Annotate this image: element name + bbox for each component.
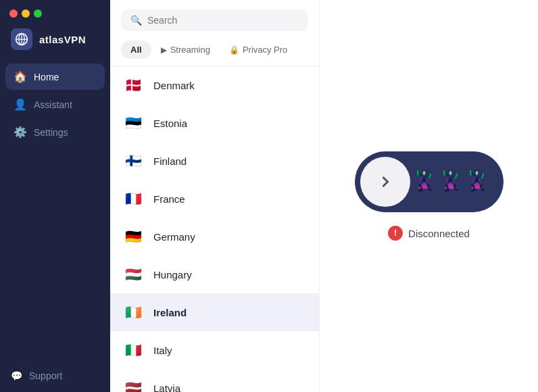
country-name-germany: Germany — [153, 231, 195, 243]
sidebar-nav: 🏠 Home 👤 Assistant ⚙️ Settings — [0, 64, 110, 360]
country-name-finland: Finland — [153, 155, 187, 167]
country-flag-italy: 🇮🇹 — [122, 339, 144, 361]
country-item-denmark[interactable]: 🇩🇰Denmark — [110, 66, 319, 104]
app-name: atlasVPN — [39, 34, 86, 45]
search-icon: 🔍 — [130, 15, 142, 26]
support-label: Support — [29, 370, 62, 381]
sidebar-item-assistant[interactable]: 👤 Assistant — [5, 91, 105, 118]
search-bar: 🔍 — [110, 0, 319, 38]
vpn-connect-toggle[interactable]: 🦹 🦹 🦹 — [355, 151, 504, 212]
country-name-france: France — [153, 193, 185, 205]
country-item-hungary[interactable]: 🇭🇺Hungary — [110, 255, 319, 293]
character-1: 🦹 — [412, 170, 436, 192]
character-3: 🦹 — [465, 170, 489, 192]
sidebar-label-home: Home — [34, 72, 59, 82]
logo-icon — [11, 28, 32, 50]
tab-streaming-label: Streaming — [170, 45, 210, 55]
toggle-knob — [360, 157, 410, 207]
country-flag-denmark: 🇩🇰 — [122, 74, 144, 96]
countries-list: 🇩🇰Denmark🇪🇪Estonia🇫🇮Finland🇫🇷France🇩🇪Ger… — [110, 66, 319, 392]
sidebar-item-home[interactable]: 🏠 Home — [5, 64, 105, 90]
privacy-icon: 🔒 — [229, 45, 239, 55]
status-text: Disconnected — [408, 228, 470, 239]
vpn-characters: 🦹 🦹 🦹 — [410, 170, 498, 195]
close-button[interactable] — [9, 9, 18, 18]
country-flag-estonia: 🇪🇪 — [122, 112, 144, 134]
country-item-france[interactable]: 🇫🇷France — [110, 180, 319, 218]
location-panel: 🔍 All ▶ Streaming 🔒 Privacy Pro 🇩🇰Denmar… — [110, 0, 320, 392]
sidebar-item-settings[interactable]: ⚙️ Settings — [5, 119, 105, 145]
country-flag-latvia: 🇱🇻 — [122, 377, 144, 392]
tab-all[interactable]: All — [121, 41, 151, 59]
search-input-wrapper[interactable]: 🔍 — [121, 9, 308, 31]
assistant-icon: 👤 — [14, 98, 27, 111]
streaming-icon: ▶ — [161, 45, 167, 55]
tab-streaming[interactable]: ▶ Streaming — [151, 41, 220, 59]
support-icon: 💬 — [11, 370, 22, 381]
status-indicator: ! — [388, 226, 403, 241]
country-item-estonia[interactable]: 🇪🇪Estonia — [110, 104, 319, 142]
app-logo: atlasVPN — [0, 24, 110, 64]
vpn-toggle-area: 🦹 🦹 🦹 ! Disconnected — [355, 151, 504, 241]
country-flag-germany: 🇩🇪 — [122, 226, 144, 247]
country-item-latvia[interactable]: 🇱🇻Latvia — [110, 369, 319, 392]
sidebar-label-settings: Settings — [34, 127, 68, 138]
country-name-denmark: Denmark — [153, 80, 195, 91]
country-item-italy[interactable]: 🇮🇹Italy — [110, 331, 319, 369]
home-icon: 🏠 — [14, 70, 27, 83]
maximize-button[interactable] — [34, 9, 42, 18]
sidebar-item-support[interactable]: 💬 Support — [0, 360, 110, 392]
sidebar: atlasVPN 🏠 Home 👤 Assistant ⚙️ Settings … — [0, 0, 110, 392]
filter-tabs: All ▶ Streaming 🔒 Privacy Pro — [110, 38, 319, 66]
tab-all-label: All — [130, 45, 142, 55]
country-flag-hungary: 🇭🇺 — [122, 264, 144, 285]
minimize-button[interactable] — [22, 9, 30, 18]
country-name-latvia: Latvia — [153, 383, 180, 393]
tab-privacy-pro[interactable]: 🔒 Privacy Pro — [220, 41, 297, 59]
country-flag-france: 🇫🇷 — [122, 188, 144, 210]
status-row: ! Disconnected — [388, 226, 470, 241]
settings-icon: ⚙️ — [14, 126, 27, 139]
country-item-finland[interactable]: 🇫🇮Finland — [110, 142, 319, 180]
main-content: 🔍 All ▶ Streaming 🔒 Privacy Pro 🇩🇰Denmar… — [110, 0, 538, 392]
traffic-lights — [0, 0, 110, 24]
country-flag-finland: 🇫🇮 — [122, 150, 144, 172]
country-name-estonia: Estonia — [153, 118, 187, 129]
country-name-ireland: Ireland — [153, 307, 187, 318]
country-item-germany[interactable]: 🇩🇪Germany — [110, 218, 319, 255]
country-item-ireland[interactable]: 🇮🇪Ireland — [110, 293, 319, 331]
country-name-hungary: Hungary — [153, 269, 192, 280]
country-name-italy: Italy — [153, 345, 172, 356]
character-2: 🦹 — [439, 170, 462, 192]
right-panel: 🦹 🦹 🦹 ! Disconnected — [320, 0, 538, 392]
tab-privacy-pro-label: Privacy Pro — [243, 45, 287, 55]
country-flag-ireland: 🇮🇪 — [122, 301, 144, 323]
search-input[interactable] — [147, 15, 299, 26]
sidebar-label-assistant: Assistant — [34, 99, 72, 110]
